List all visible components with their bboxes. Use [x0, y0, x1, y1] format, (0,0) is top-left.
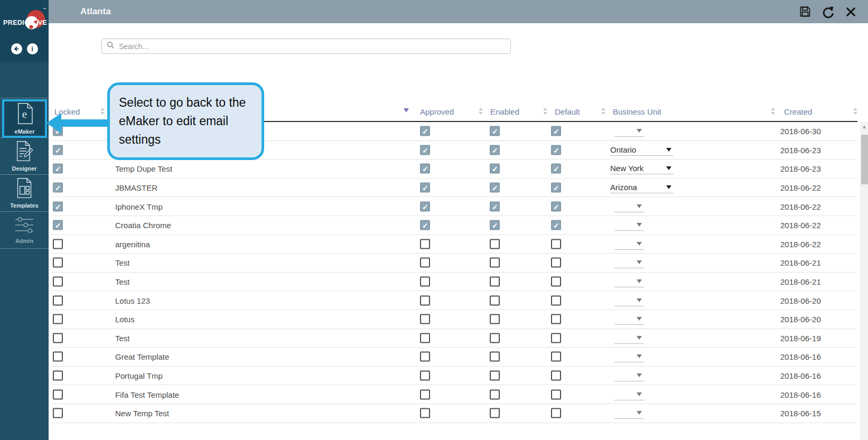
locked-checkbox[interactable] [53, 408, 63, 418]
scroll-up-icon[interactable]: ▲ [860, 124, 868, 129]
search-input[interactable] [119, 42, 506, 51]
locked-checkbox[interactable] [53, 371, 63, 381]
approved-checkbox[interactable] [420, 389, 430, 399]
locked-checkbox[interactable] [53, 277, 63, 287]
back-arrow-icon[interactable] [11, 43, 22, 54]
enabled-checkbox[interactable] [490, 389, 500, 399]
business-unit-dropdown[interactable] [614, 370, 644, 381]
enabled-checkbox[interactable] [490, 239, 500, 249]
column-header-default[interactable]: Default [555, 107, 580, 116]
close-icon[interactable] [844, 5, 857, 18]
approved-checkbox[interactable] [420, 333, 430, 343]
sidebar-item-emaker[interactable]: e eMaker [2, 99, 47, 138]
approved-checkbox[interactable] [420, 164, 430, 174]
scrollbar-thumb[interactable] [861, 135, 868, 184]
default-checkbox[interactable] [551, 126, 561, 136]
default-checkbox[interactable] [551, 220, 561, 230]
business-unit-dropdown[interactable] [614, 407, 644, 419]
default-checkbox[interactable] [551, 145, 561, 155]
locked-checkbox[interactable] [53, 314, 63, 324]
approved-checkbox[interactable] [420, 295, 430, 305]
default-checkbox[interactable] [551, 352, 561, 362]
default-checkbox[interactable] [551, 258, 561, 268]
default-checkbox[interactable] [551, 164, 561, 174]
enabled-checkbox[interactable] [490, 201, 500, 211]
enabled-checkbox[interactable] [490, 220, 500, 230]
save-icon[interactable] [798, 5, 812, 18]
business-unit-dropdown[interactable] [614, 295, 644, 306]
sort-descending-icon[interactable] [404, 108, 409, 113]
default-checkbox[interactable] [551, 333, 561, 343]
business-unit-dropdown[interactable] [614, 201, 644, 212]
default-checkbox[interactable] [551, 389, 561, 399]
business-unit-dropdown[interactable]: New York [610, 163, 674, 174]
default-checkbox[interactable] [551, 371, 561, 381]
locked-checkbox[interactable] [53, 258, 63, 268]
enabled-checkbox[interactable] [490, 277, 500, 287]
sort-icon[interactable] [543, 108, 548, 115]
default-checkbox[interactable] [551, 314, 561, 324]
sort-icon[interactable] [853, 108, 858, 115]
approved-checkbox[interactable] [420, 145, 430, 155]
approved-checkbox[interactable] [420, 239, 430, 249]
sort-icon[interactable] [100, 108, 105, 115]
approved-checkbox[interactable] [420, 352, 430, 362]
approved-checkbox[interactable] [420, 258, 430, 268]
business-unit-dropdown[interactable] [614, 276, 644, 287]
approved-checkbox[interactable] [420, 183, 430, 193]
locked-checkbox[interactable] [53, 183, 63, 193]
column-header-enabled[interactable]: Enabled [490, 107, 519, 116]
enabled-checkbox[interactable] [490, 164, 500, 174]
sidebar-item-admin[interactable]: Admin [0, 212, 49, 247]
sidebar-item-designer[interactable]: Designer [0, 138, 49, 173]
business-unit-dropdown[interactable] [614, 219, 644, 231]
locked-checkbox[interactable] [53, 389, 63, 399]
approved-checkbox[interactable] [420, 314, 430, 324]
business-unit-dropdown[interactable] [614, 332, 644, 344]
locked-checkbox[interactable] [53, 145, 63, 155]
default-checkbox[interactable] [551, 201, 561, 211]
default-checkbox[interactable] [551, 183, 561, 193]
vertical-scrollbar[interactable]: ▲ [860, 122, 868, 440]
sort-icon[interactable] [478, 108, 483, 115]
column-header-created[interactable]: Created [784, 107, 812, 116]
default-checkbox[interactable] [551, 408, 561, 418]
business-unit-dropdown[interactable] [614, 125, 644, 137]
approved-checkbox[interactable] [420, 126, 430, 136]
enabled-checkbox[interactable] [490, 183, 500, 193]
enabled-checkbox[interactable] [490, 371, 500, 381]
business-unit-dropdown[interactable] [614, 313, 644, 325]
locked-checkbox[interactable] [53, 295, 63, 305]
enabled-checkbox[interactable] [490, 126, 500, 136]
enabled-checkbox[interactable] [490, 333, 500, 343]
approved-checkbox[interactable] [420, 277, 430, 287]
info-icon[interactable]: i [27, 43, 38, 54]
business-unit-dropdown[interactable] [614, 389, 644, 400]
search-box[interactable] [101, 39, 511, 54]
business-unit-dropdown[interactable] [614, 351, 644, 362]
enabled-checkbox[interactable] [490, 408, 500, 418]
locked-checkbox[interactable] [53, 352, 63, 362]
business-unit-dropdown[interactable]: Arizona [610, 182, 674, 193]
sidebar-item-templates[interactable]: Templates [0, 175, 49, 210]
business-unit-dropdown[interactable] [614, 238, 644, 250]
enabled-checkbox[interactable] [490, 352, 500, 362]
default-checkbox[interactable] [551, 277, 561, 287]
enabled-checkbox[interactable] [490, 258, 500, 268]
enabled-checkbox[interactable] [490, 314, 500, 324]
column-header-approved[interactable]: Approved [420, 107, 454, 116]
approved-checkbox[interactable] [420, 201, 430, 211]
default-checkbox[interactable] [551, 295, 561, 305]
approved-checkbox[interactable] [420, 408, 430, 418]
sort-icon[interactable] [770, 108, 776, 115]
approved-checkbox[interactable] [420, 371, 430, 381]
business-unit-dropdown[interactable] [614, 257, 644, 268]
locked-checkbox[interactable] [53, 220, 63, 230]
enabled-checkbox[interactable] [490, 295, 500, 305]
column-header-business-unit[interactable]: Business Unit [613, 107, 661, 116]
refresh-icon[interactable] [821, 5, 835, 18]
locked-checkbox[interactable] [53, 201, 63, 211]
business-unit-dropdown[interactable]: Ontario [610, 144, 674, 156]
locked-checkbox[interactable] [53, 239, 63, 249]
locked-checkbox[interactable] [53, 164, 63, 174]
